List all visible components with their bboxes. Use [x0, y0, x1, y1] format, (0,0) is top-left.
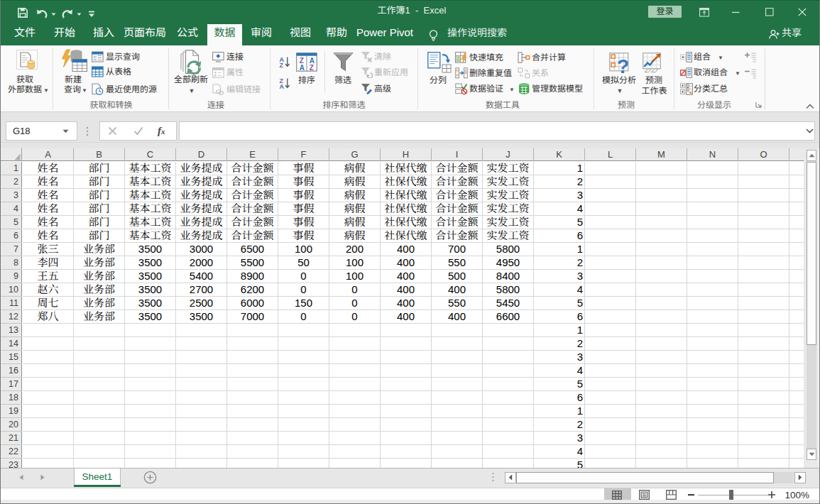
svg-text:Z: Z: [280, 62, 284, 68]
svg-text:Z: Z: [310, 64, 314, 72]
svg-text:A: A: [280, 83, 285, 89]
svg-text:A: A: [300, 64, 305, 72]
svg-text:?: ?: [617, 55, 629, 75]
